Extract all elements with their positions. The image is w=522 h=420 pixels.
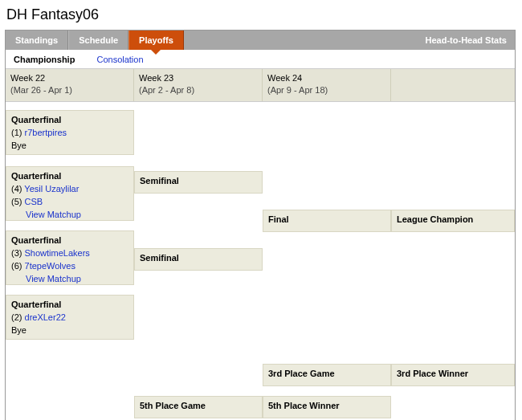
qf3-seedA: (3) (11, 248, 22, 258)
sf2-round-label: Semifinal (140, 252, 257, 265)
sf1-node: Semifinal (134, 171, 263, 194)
top-nav: Standings Schedule Playoffs Head-to-Head… (6, 31, 515, 50)
tab-schedule[interactable]: Schedule (68, 31, 128, 50)
subtab-championship[interactable]: Championship (14, 55, 75, 64)
final-node: Final (263, 210, 391, 232)
league-champion-label: League Champion (397, 214, 509, 226)
week-22-range: (Mar 26 - Apr 1) (10, 85, 72, 95)
week-final-header (391, 69, 515, 101)
sf2-node: Semifinal (134, 248, 263, 271)
third-place-winner-label: 3rd Place Winner (397, 368, 509, 381)
qf2-round-label: Quarterfinal (11, 170, 128, 183)
qf2-seedB: (5) (11, 197, 22, 206)
subtab-consolation[interactable]: Consolation (96, 55, 143, 64)
bracket-area: Quarterfinal (1) r7bertpires Bye Quarter… (6, 102, 515, 420)
qf3-seedB: (6) (11, 261, 22, 271)
week-header-row: Week 22 (Mar 26 - Apr 1) Week 23 (Apr 2 … (6, 69, 515, 102)
qf4-round-label: Quarterfinal (11, 299, 128, 312)
qf1-round-label: Quarterfinal (11, 114, 128, 127)
week-24-header: Week 24 (Apr 9 - Apr 18) (263, 69, 391, 101)
qf2-node: Quarterfinal (4) Yesil Uzaylilar (5) CSB… (6, 166, 134, 221)
qf1-bye: Bye (11, 140, 128, 153)
qf3-view-matchup[interactable]: View Matchup (26, 273, 81, 286)
tab-standings[interactable]: Standings (6, 31, 68, 50)
qf2-seedA: (4) (11, 184, 22, 194)
qf2-teamA-link[interactable]: Yesil Uzaylilar (24, 184, 79, 194)
qf1-team-link[interactable]: r7bertpires (25, 128, 67, 137)
qf4-bye: Bye (11, 324, 128, 337)
fifth-place-game-label: 5th Place Game (140, 400, 257, 413)
sub-nav: Championship Consolation (6, 50, 515, 69)
fifth-place-game-node: 5th Place Game (134, 396, 263, 418)
sf1-round-label: Semifinal (140, 175, 257, 188)
playoffs-panel: Standings Schedule Playoffs Head-to-Head… (5, 30, 516, 420)
qf3-teamB-link[interactable]: 7tepeWolves (25, 261, 75, 271)
fifth-place-winner-label: 5th Place Winner (268, 400, 385, 413)
week-22-title: Week 22 (10, 73, 45, 83)
league-champion-node: League Champion (391, 210, 515, 232)
qf3-round-label: Quarterfinal (11, 234, 128, 247)
week-23-title: Week 23 (139, 73, 173, 83)
qf2-teamB-link[interactable]: CSB (25, 197, 43, 206)
qf4-team-link[interactable]: dreXLer22 (25, 312, 66, 322)
third-place-game-node: 3rd Place Game (263, 364, 391, 386)
qf4-node: Quarterfinal (2) dreXLer22 Bye (6, 295, 134, 340)
week-23-range: (Apr 2 - Apr 8) (139, 85, 194, 95)
week-24-range: (Apr 9 - Apr 18) (267, 85, 328, 95)
page-title: DH Fantasy06 (6, 6, 517, 23)
tab-playoffs[interactable]: Playoffs (128, 31, 184, 50)
week-22-header: Week 22 (Mar 26 - Apr 1) (6, 69, 134, 101)
qf1-seed: (1) (11, 128, 22, 137)
qf1-node: Quarterfinal (1) r7bertpires Bye (6, 110, 134, 155)
head-to-head-link[interactable]: Head-to-Head Stats (418, 31, 515, 50)
qf3-teamA-link[interactable]: ShowtimeLakers (25, 248, 90, 258)
qf2-view-matchup[interactable]: View Matchup (26, 209, 81, 222)
final-round-label: Final (268, 214, 385, 226)
week-23-header: Week 23 (Apr 2 - Apr 8) (134, 69, 263, 101)
third-place-game-label: 3rd Place Game (268, 368, 385, 381)
qf3-node: Quarterfinal (3) ShowtimeLakers (6) 7tep… (6, 230, 134, 285)
qf4-seed: (2) (11, 312, 22, 322)
third-place-winner-node: 3rd Place Winner (391, 364, 515, 386)
week-24-title: Week 24 (267, 73, 302, 83)
fifth-place-winner-node: 5th Place Winner (263, 396, 391, 418)
